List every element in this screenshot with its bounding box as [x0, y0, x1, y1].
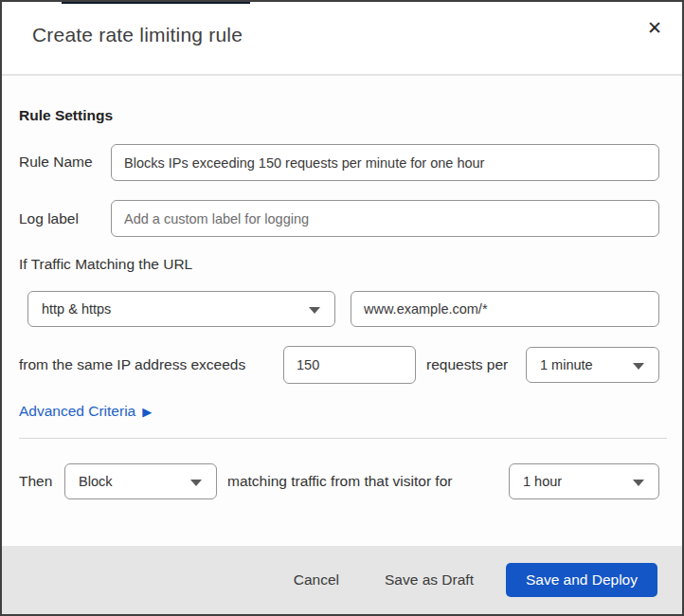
- threshold-prefix-text: from the same IP address exceeds: [19, 356, 245, 373]
- advanced-criteria-label: Advanced Criteria: [19, 403, 135, 420]
- url-pattern-input[interactable]: [351, 291, 659, 327]
- dialog-header: Create rate limiting rule ✕: [2, 2, 682, 76]
- close-icon: ✕: [647, 17, 662, 39]
- duration-select[interactable]: 1 hour: [509, 463, 659, 499]
- save-and-deploy-button[interactable]: Save and Deploy: [506, 563, 657, 597]
- action-select[interactable]: Block: [64, 463, 217, 499]
- requests-per-text: requests per: [426, 356, 508, 373]
- advanced-criteria-link[interactable]: Advanced Criteria ▶: [19, 403, 152, 420]
- rule-name-label: Rule Name: [19, 154, 93, 171]
- cancel-button[interactable]: Cancel: [290, 564, 343, 596]
- close-button[interactable]: ✕: [640, 13, 669, 42]
- expand-right-icon: ▶: [142, 406, 152, 418]
- scheme-select-value: http & https: [42, 301, 111, 317]
- scheme-select[interactable]: http & https: [27, 291, 335, 327]
- traffic-match-intro: If Traffic Matching the URL: [19, 256, 192, 273]
- duration-select-value: 1 hour: [523, 474, 562, 489]
- rule-name-input[interactable]: [111, 144, 659, 181]
- create-rate-limiting-rule-dialog: Create rate limiting rule ✕ Rule Setting…: [0, 0, 684, 616]
- request-count-input[interactable]: [283, 346, 416, 384]
- log-label-input[interactable]: [111, 200, 659, 237]
- chevron-down-icon: [633, 363, 644, 370]
- action-select-value: Block: [79, 474, 112, 489]
- section-divider: [19, 438, 667, 439]
- chevron-down-icon: [309, 307, 320, 314]
- action-middle-text: matching traffic from that visitor for: [227, 473, 452, 490]
- period-select-value: 1 minute: [540, 357, 593, 372]
- then-label: Then: [19, 473, 52, 490]
- dialog-title: Create rate limiting rule: [32, 24, 243, 46]
- period-select[interactable]: 1 minute: [526, 347, 659, 383]
- rule-settings-heading: Rule Settings: [19, 107, 113, 124]
- log-label: Log label: [19, 210, 79, 227]
- dialog-footer: Cancel Save as Draft Save and Deploy: [2, 546, 682, 614]
- top-accent-strip: [62, 0, 250, 4]
- chevron-down-icon: [633, 480, 644, 486]
- chevron-down-icon: [190, 480, 202, 486]
- save-as-draft-button[interactable]: Save as Draft: [381, 564, 477, 596]
